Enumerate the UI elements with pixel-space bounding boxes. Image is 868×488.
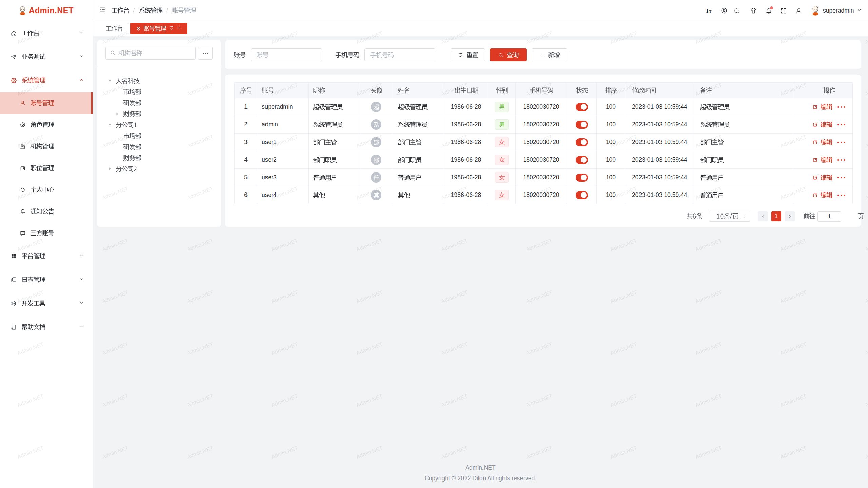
svg-text:T: T — [709, 9, 712, 13]
